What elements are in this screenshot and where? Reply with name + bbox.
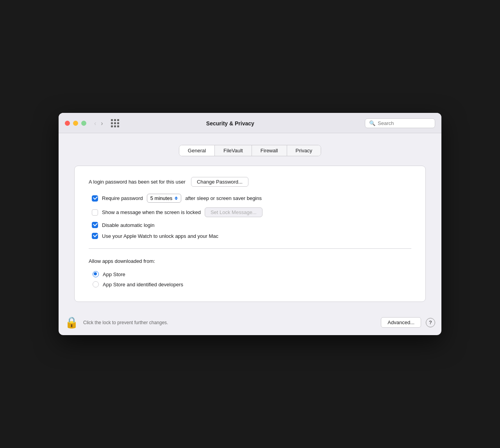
search-input[interactable] bbox=[378, 120, 431, 126]
show-message-checkbox[interactable] bbox=[92, 209, 98, 216]
lock-icon[interactable]: 🔒 bbox=[65, 316, 79, 329]
close-button[interactable] bbox=[65, 121, 70, 126]
disable-auto-login-checkbox[interactable] bbox=[92, 222, 98, 228]
disable-auto-login-label: Disable automatic login bbox=[102, 222, 154, 228]
app-store-identified-radio[interactable] bbox=[93, 281, 99, 287]
allow-apps-section: Allow apps downloaded from: App Store Ap… bbox=[89, 258, 411, 287]
password-timeout-value: 5 minutes bbox=[150, 195, 172, 201]
tab-privacy[interactable]: Privacy bbox=[287, 145, 321, 156]
app-store-row: App Store bbox=[93, 271, 411, 277]
password-section: A login password has been set for this u… bbox=[89, 177, 411, 187]
disable-auto-login-row: Disable automatic login bbox=[92, 222, 411, 228]
require-password-label: Require password bbox=[102, 195, 143, 201]
apple-watch-row: Use your Apple Watch to unlock apps and … bbox=[92, 233, 411, 239]
app-store-identified-label: App Store and identified developers bbox=[103, 282, 183, 287]
dropdown-arrow-icon bbox=[175, 196, 178, 200]
window-title: Security & Privacy bbox=[100, 120, 360, 127]
bottom-bar: 🔒 Click the lock to prevent further chan… bbox=[59, 310, 441, 335]
titlebar: ‹ › Security & Privacy 🔍 bbox=[59, 113, 441, 133]
radio-options: App Store App Store and identified devel… bbox=[93, 271, 411, 287]
tab-firewall[interactable]: Firewall bbox=[252, 145, 287, 156]
show-message-label: Show a message when the screen is locked bbox=[102, 209, 201, 215]
content-area: General FileVault Firewall Privacy A log… bbox=[59, 133, 441, 310]
apple-watch-checkbox[interactable] bbox=[92, 233, 98, 239]
app-store-radio[interactable] bbox=[93, 271, 99, 277]
password-label: A login password has been set for this u… bbox=[89, 179, 186, 185]
traffic-lights bbox=[65, 121, 86, 126]
apple-watch-label: Use your Apple Watch to unlock apps and … bbox=[102, 233, 218, 239]
require-password-suffix: after sleep or screen saver begins bbox=[185, 195, 262, 201]
allow-apps-label: Allow apps downloaded from: bbox=[89, 258, 411, 264]
tabs-container: General FileVault Firewall Privacy bbox=[74, 145, 426, 156]
require-password-checkbox[interactable] bbox=[92, 195, 98, 202]
minimize-button[interactable] bbox=[73, 121, 78, 126]
search-box[interactable]: 🔍 bbox=[365, 118, 435, 128]
tab-general[interactable]: General bbox=[179, 145, 215, 156]
tabs: General FileVault Firewall Privacy bbox=[179, 145, 321, 156]
search-icon: 🔍 bbox=[369, 120, 375, 126]
advanced-button[interactable]: Advanced... bbox=[381, 317, 421, 328]
help-button[interactable]: ? bbox=[426, 318, 435, 327]
password-timeout-dropdown[interactable]: 5 minutes bbox=[147, 194, 181, 203]
app-store-label: App Store bbox=[103, 271, 125, 277]
settings-panel: A login password has been set for this u… bbox=[74, 166, 426, 302]
app-store-identified-row: App Store and identified developers bbox=[93, 281, 411, 287]
tab-filevault[interactable]: FileVault bbox=[215, 145, 252, 156]
options-list: Require password 5 minutes after sleep o… bbox=[92, 194, 411, 239]
lock-label: Click the lock to prevent further change… bbox=[83, 320, 376, 325]
section-divider bbox=[89, 248, 411, 249]
set-lock-message-button[interactable]: Set Lock Message... bbox=[205, 207, 262, 217]
change-password-button[interactable]: Change Password... bbox=[191, 177, 248, 187]
back-button[interactable]: ‹ bbox=[93, 119, 98, 128]
main-window: ‹ › Security & Privacy 🔍 General FileVau… bbox=[59, 113, 441, 335]
require-password-row: Require password 5 minutes after sleep o… bbox=[92, 194, 411, 203]
show-message-row: Show a message when the screen is locked… bbox=[92, 207, 411, 217]
maximize-button[interactable] bbox=[81, 121, 86, 126]
